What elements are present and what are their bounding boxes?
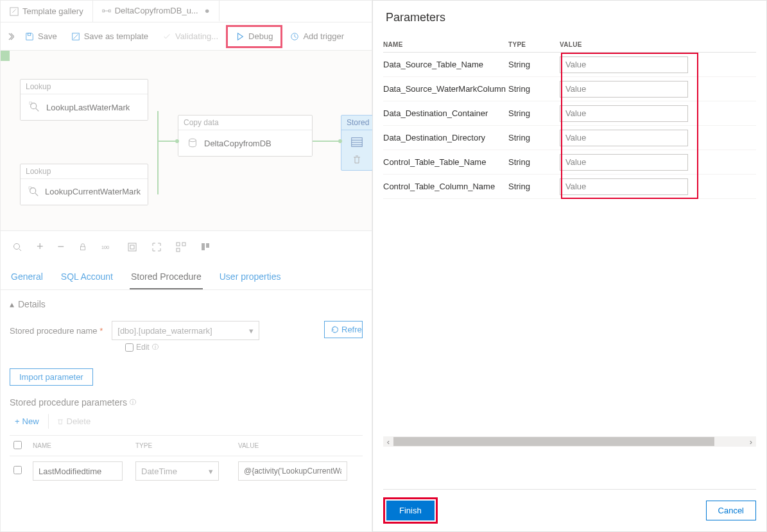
param-value-input[interactable] bbox=[560, 130, 688, 146]
node-type-label: Lookup bbox=[21, 164, 148, 178]
connector bbox=[1, 51, 10, 56]
cancel-button[interactable]: Cancel bbox=[706, 501, 756, 520]
svg-rect-0 bbox=[10, 7, 18, 15]
param-type: String bbox=[508, 108, 560, 118]
debug-highlight: Debug bbox=[226, 25, 282, 48]
search-icon[interactable] bbox=[12, 242, 22, 252]
param-name: Data_Source_Table_Name bbox=[383, 60, 508, 69]
orientation-icon[interactable] bbox=[200, 242, 211, 252]
tab-general[interactable]: General bbox=[10, 268, 44, 289]
chevron-down-icon: ▾ bbox=[209, 467, 213, 476]
node-type-label: Copy data bbox=[178, 116, 312, 130]
details-toggle[interactable]: ▴ Details bbox=[10, 299, 363, 309]
svg-rect-17 bbox=[177, 243, 180, 246]
refresh-icon bbox=[331, 326, 339, 334]
header-name: NAME bbox=[383, 41, 508, 48]
zoom-100-icon[interactable]: 100 bbox=[101, 243, 113, 252]
debug-button[interactable]: Debug bbox=[229, 27, 279, 46]
lock-icon[interactable] bbox=[78, 243, 87, 252]
connector bbox=[157, 111, 159, 194]
param-value-input[interactable] bbox=[560, 81, 688, 98]
tab-label: DeltaCopyfromDB_u... bbox=[115, 6, 198, 15]
delete-parameter-button[interactable]: Delete bbox=[48, 414, 96, 429]
trigger-icon bbox=[290, 32, 299, 41]
fullscreen-icon[interactable] bbox=[151, 242, 162, 252]
tab-pipeline[interactable]: DeltaCopyfromDB_u... ● bbox=[93, 1, 220, 22]
fit-icon[interactable] bbox=[127, 242, 137, 252]
row-checkbox[interactable] bbox=[13, 466, 22, 474]
sp-name-value: [dbo].[update_watermark] bbox=[117, 326, 212, 336]
lookup-icon bbox=[28, 185, 40, 198]
zoom-out-icon[interactable]: − bbox=[58, 240, 65, 253]
finish-button[interactable]: Finish bbox=[386, 501, 435, 520]
validating-status: Validating... bbox=[156, 27, 225, 46]
svg-rect-15 bbox=[128, 243, 136, 251]
col-name: NAME bbox=[33, 442, 135, 449]
save-as-template-button[interactable]: Save as template bbox=[65, 27, 155, 46]
property-tabs: General SQL Account Stored Procedure Use… bbox=[1, 262, 372, 290]
dirty-indicator: ● bbox=[205, 6, 210, 15]
debug-label: Debug bbox=[248, 31, 273, 41]
parameter-row: Data_Destination_DirectoryString bbox=[383, 126, 756, 150]
param-value-input[interactable] bbox=[560, 56, 688, 73]
new-label: New bbox=[22, 416, 39, 426]
chevron-down-icon: ▾ bbox=[249, 326, 254, 336]
param-type-select[interactable]: DateTime ▾ bbox=[135, 461, 219, 481]
tab-stored-procedure[interactable]: Stored Procedure bbox=[130, 268, 203, 289]
check-icon bbox=[162, 32, 171, 41]
tab-label: Template gallery bbox=[22, 6, 83, 16]
param-value-input[interactable] bbox=[560, 105, 688, 122]
delete-icon bbox=[56, 418, 64, 425]
param-name: Data_Source_WaterMarkColumn bbox=[383, 84, 508, 94]
table-row: DateTime ▾ bbox=[10, 456, 363, 486]
param-type: String bbox=[508, 60, 560, 69]
new-parameter-button[interactable]: + New bbox=[10, 414, 44, 429]
node-label: DeltaCopyfromDB bbox=[204, 139, 271, 148]
col-value: VALUE bbox=[238, 442, 359, 449]
caret-down-icon: ▴ bbox=[10, 299, 14, 309]
pipeline-canvas[interactable]: Lookup LookupLastWaterMark Lookup Lookup… bbox=[1, 51, 372, 230]
header-value: VALUE bbox=[560, 41, 756, 48]
scroll-right-icon[interactable]: › bbox=[746, 437, 756, 447]
param-type: String bbox=[508, 133, 560, 142]
header-type: TYPE bbox=[508, 41, 560, 48]
validating-label: Validating... bbox=[175, 31, 218, 41]
param-name: Control_Table_Column_Name bbox=[383, 182, 508, 191]
param-value-input[interactable] bbox=[560, 178, 688, 195]
scroll-thumb[interactable] bbox=[393, 437, 714, 446]
procedure-icon bbox=[350, 135, 364, 150]
node-lookup-current-watermark[interactable]: Lookup LookupCurrentWaterMark bbox=[20, 164, 148, 205]
select-all-checkbox[interactable] bbox=[13, 441, 22, 449]
scroll-left-icon[interactable]: ‹ bbox=[383, 437, 393, 447]
connector bbox=[1, 56, 10, 61]
add-trigger-button[interactable]: Add trigger bbox=[284, 27, 350, 46]
svg-text:100: 100 bbox=[101, 244, 109, 250]
param-value-input[interactable] bbox=[238, 461, 347, 481]
node-lookup-last-watermark[interactable]: Lookup LookupLastWaterMark bbox=[20, 79, 148, 121]
param-name-input[interactable] bbox=[33, 461, 123, 481]
param-type: String bbox=[508, 182, 560, 191]
tab-sql-account[interactable]: SQL Account bbox=[60, 268, 114, 289]
zoom-in-icon[interactable]: + bbox=[37, 240, 44, 253]
sat-label: Save as template bbox=[84, 31, 148, 41]
tab-user-properties[interactable]: User properties bbox=[218, 268, 282, 289]
svg-rect-1 bbox=[103, 10, 105, 12]
panel-title: Parameters bbox=[373, 1, 766, 37]
node-stored-procedure[interactable]: Stored bbox=[341, 115, 373, 171]
node-copy-data[interactable]: Copy data DeltaCopyfromDB bbox=[178, 115, 313, 157]
tab-template-gallery[interactable]: Template gallery bbox=[1, 1, 93, 22]
collapse-toggle-icon[interactable] bbox=[4, 27, 17, 46]
save-button[interactable]: Save bbox=[19, 27, 64, 46]
parameters-header: NAME TYPE VALUE bbox=[383, 37, 756, 53]
import-parameter-button[interactable]: Import parameter bbox=[10, 368, 93, 386]
horizontal-scrollbar[interactable]: ‹ › bbox=[383, 436, 756, 447]
refresh-button[interactable]: Refresh bbox=[324, 321, 363, 338]
param-value-input[interactable] bbox=[560, 154, 688, 171]
edit-checkbox[interactable] bbox=[125, 343, 134, 352]
sp-name-select[interactable]: [dbo].[update_watermark] ▾ bbox=[112, 321, 259, 340]
tabs-bar: Template gallery DeltaCopyfromDB_u... ● bbox=[1, 1, 372, 22]
delete-icon[interactable] bbox=[352, 155, 362, 165]
param-name: Control_Table_Table_Name bbox=[383, 157, 508, 167]
refresh-label: Refresh bbox=[341, 325, 363, 334]
layout-icon[interactable] bbox=[176, 242, 186, 252]
